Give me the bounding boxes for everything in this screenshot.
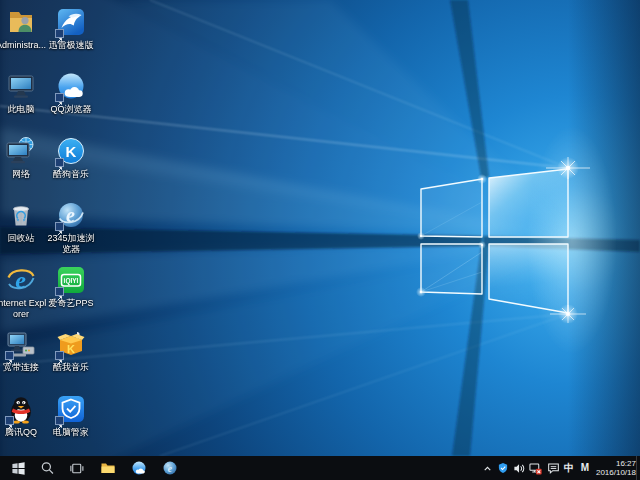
svg-text:K: K: [67, 343, 75, 355]
icon-label: QQ浏览器: [44, 104, 98, 115]
shortcut-arrow-badge: [55, 29, 64, 38]
tray-network-error[interactable]: [527, 456, 543, 480]
file-explorer-folder-icon: [100, 460, 116, 476]
internet-explorer-icon: e: [5, 264, 37, 296]
icon-label: 2345加速浏览器: [44, 233, 98, 254]
network-disconnected-icon: [529, 462, 542, 475]
desktop-icon-kuwo-music[interactable]: K 酷我音乐: [44, 328, 98, 373]
icon-label: 电脑管家: [44, 427, 98, 438]
tray-volume[interactable]: [511, 456, 527, 480]
windows-10-desktop: Administra... 迅雷极速版 此电脑: [0, 0, 640, 480]
desktop-icon-network[interactable]: 网络: [0, 135, 48, 180]
tray-action-center[interactable]: [545, 456, 561, 480]
taskbar: e: [0, 456, 640, 480]
desktop-icon-administrator[interactable]: Administra...: [0, 6, 48, 51]
tray-pc-manager[interactable]: [495, 456, 511, 480]
clock-date: 2016/10/18: [584, 468, 636, 477]
icon-label: 爱奇艺PPS: [44, 298, 98, 309]
shortcut-arrow-badge: [5, 416, 14, 425]
browser-e-icon: e: [162, 460, 178, 476]
task-view-button[interactable]: [62, 456, 90, 480]
desktop-icon-pc-manager[interactable]: 电脑管家: [44, 393, 98, 438]
icon-label: 此电脑: [0, 104, 48, 115]
desktop-icon-kugou-music[interactable]: K 酷狗音乐: [44, 135, 98, 180]
shortcut-arrow-badge: [55, 93, 64, 102]
chevron-up-icon: [482, 463, 493, 474]
hidden-icons-chevron[interactable]: [479, 456, 495, 480]
icon-label: 迅雷极速版: [44, 40, 98, 51]
show-desktop-button[interactable]: [636, 456, 640, 480]
user-folder-icon: [5, 6, 37, 38]
shortcut-arrow-badge: [55, 158, 64, 167]
icon-label: 回收站: [0, 233, 48, 244]
qq-browser-icon: [131, 460, 147, 476]
taskbar-clock[interactable]: 16:27 2016/10/18: [584, 456, 636, 480]
file-explorer-button[interactable]: [94, 456, 122, 480]
speaker-icon: [513, 462, 526, 475]
network-globe-icon: [5, 135, 37, 167]
ime-mode-text: 中: [564, 456, 574, 480]
desktop-icon-qq-browser[interactable]: QQ浏览器: [44, 70, 98, 115]
svg-text:iQIYI: iQIYI: [64, 277, 79, 285]
shortcut-arrow-badge: [5, 351, 14, 360]
desktop-icon-broadband[interactable]: 宽带连接: [0, 328, 48, 373]
icon-label: 酷狗音乐: [44, 169, 98, 180]
shortcut-arrow-badge: [55, 222, 64, 231]
desktop-icon-xunlei[interactable]: 迅雷极速版: [44, 6, 98, 51]
shortcut-arrow-badge: [55, 416, 64, 425]
desktop-icon-this-pc[interactable]: 此电脑: [0, 70, 48, 115]
icon-label: Administra...: [0, 40, 48, 51]
shield-icon: [497, 462, 509, 474]
svg-text:K: K: [66, 143, 77, 160]
recycle-bin-icon: [5, 199, 37, 231]
qq-browser-taskbar-button[interactable]: [125, 456, 153, 480]
icon-label: 酷我音乐: [44, 362, 98, 373]
desktop-icon-tencent-qq[interactable]: 腾讯QQ: [0, 393, 48, 438]
clock-time: 16:27: [584, 459, 636, 468]
desktop-icon-internet-explorer[interactable]: e Internet Explorer: [0, 264, 48, 319]
windows-logo-icon: [11, 461, 26, 476]
desktop-icon-recycle-bin[interactable]: 回收站: [0, 199, 48, 244]
2345-browser-taskbar-button[interactable]: e: [156, 456, 184, 480]
search-button[interactable]: [33, 456, 61, 480]
icon-label: 网络: [0, 169, 48, 180]
message-bubble-icon: [547, 462, 560, 475]
task-view-icon: [69, 461, 84, 476]
computer-monitor-icon: [5, 70, 37, 102]
shortcut-arrow-badge: [55, 287, 64, 296]
shortcut-arrow-badge: [55, 351, 64, 360]
desktop-icon-2345-browser[interactable]: e 2345加速浏览器: [44, 199, 98, 254]
start-button[interactable]: [4, 456, 32, 480]
search-icon: [40, 461, 55, 476]
ime-mode-indicator[interactable]: 中: [561, 456, 577, 480]
desktop-icon-iqiyi-pps[interactable]: iQIYI 爱奇艺PPS: [44, 264, 98, 309]
icon-label: Internet Explorer: [0, 298, 48, 319]
